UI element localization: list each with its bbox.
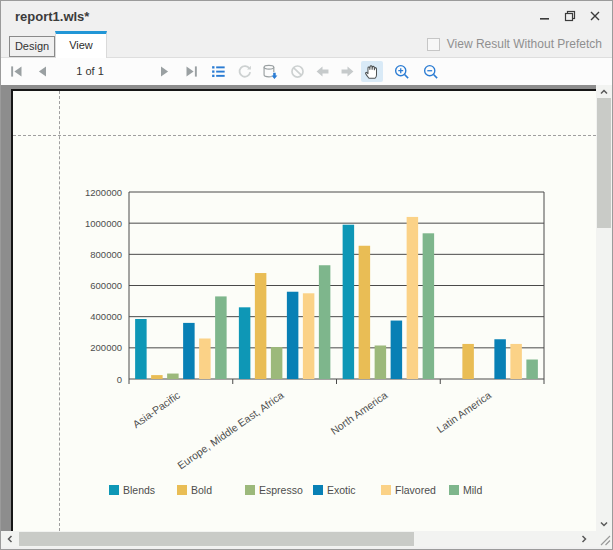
chevron-up-icon — [599, 87, 609, 97]
export-data-icon — [261, 63, 279, 81]
back-button[interactable] — [311, 61, 333, 82]
vertical-scroll-thumb[interactable] — [597, 98, 611, 228]
close-icon — [589, 10, 601, 22]
svg-text:Bold: Bold — [191, 484, 212, 496]
svg-text:1000000: 1000000 — [85, 218, 122, 229]
chevron-left-icon — [5, 534, 15, 544]
svg-text:0: 0 — [117, 374, 122, 385]
svg-text:200000: 200000 — [90, 342, 122, 353]
horizontal-scroll-thumb[interactable] — [19, 532, 414, 546]
svg-text:800000: 800000 — [90, 249, 122, 260]
preview-toolbar: 1 of 1 — [1, 58, 612, 85]
restore-button[interactable] — [563, 9, 577, 23]
svg-text:1200000: 1200000 — [85, 187, 122, 198]
forward-arrow-icon — [339, 63, 356, 80]
restore-icon — [564, 10, 576, 22]
export-data-button[interactable] — [259, 61, 281, 82]
refresh-icon — [236, 63, 253, 80]
zoom-in-icon — [393, 63, 411, 81]
tab-design[interactable]: Design — [9, 36, 55, 57]
svg-text:Europe, Middle East, Africa: Europe, Middle East, Africa — [175, 389, 286, 472]
scroll-left-button[interactable] — [3, 532, 17, 546]
svg-text:Blends: Blends — [123, 484, 155, 496]
chevron-down-icon — [599, 519, 609, 529]
resize-grip-icon — [598, 533, 612, 547]
first-page-icon — [8, 63, 25, 80]
tab-strip: Design View View Result Without Prefetch — [1, 31, 612, 58]
first-page-button[interactable] — [5, 61, 27, 82]
prefetch-checkbox-label: View Result Without Prefetch — [447, 37, 602, 51]
bar-chart: 020000040000060000080000010000001200000A… — [13, 91, 596, 531]
window-title: report1.wls* — [15, 9, 89, 24]
last-page-icon — [183, 63, 200, 80]
minimize-button[interactable] — [538, 9, 552, 23]
horizontal-scrollbar[interactable] — [1, 531, 596, 547]
title-bar: report1.wls* — [1, 1, 612, 31]
scroll-right-button[interactable] — [577, 532, 591, 546]
minimize-icon — [539, 10, 551, 22]
previous-page-icon — [34, 63, 51, 80]
svg-text:600000: 600000 — [90, 280, 122, 291]
zoom-out-button[interactable] — [420, 61, 442, 82]
svg-text:Flavored: Flavored — [395, 484, 436, 496]
chevron-right-icon — [579, 534, 589, 544]
toc-button[interactable] — [207, 61, 229, 82]
tab-view[interactable]: View — [55, 31, 107, 58]
close-button[interactable] — [588, 9, 602, 23]
scroll-up-button[interactable] — [597, 85, 611, 99]
svg-text:Mild: Mild — [463, 484, 482, 496]
svg-text:Asia-Pacific: Asia-Pacific — [130, 389, 182, 430]
report-window: report1.wls* Design View View Result Wit… — [0, 0, 613, 550]
pan-tool-button[interactable] — [361, 61, 383, 82]
svg-text:Latin America: Latin America — [434, 389, 493, 435]
back-arrow-icon — [314, 63, 331, 80]
cancel-button[interactable] — [286, 61, 308, 82]
scroll-down-button[interactable] — [597, 517, 611, 531]
report-preview-canvas: 020000040000060000080000010000001200000A… — [1, 85, 596, 531]
table-of-contents-icon — [210, 63, 227, 80]
next-page-icon — [156, 63, 173, 80]
svg-text:400000: 400000 — [90, 311, 122, 322]
report-chart: 020000040000060000080000010000001200000A… — [13, 91, 596, 531]
prefetch-checkbox[interactable] — [427, 38, 440, 51]
svg-text:Exotic: Exotic — [327, 484, 356, 496]
resize-grip[interactable] — [596, 531, 612, 547]
forward-button[interactable] — [336, 61, 358, 82]
cancel-icon — [289, 63, 306, 80]
vertical-scrollbar[interactable] — [596, 85, 612, 531]
next-page-button[interactable] — [153, 61, 175, 82]
pan-hand-icon — [363, 63, 381, 81]
zoom-out-icon — [422, 63, 440, 81]
report-page[interactable]: 020000040000060000080000010000001200000A… — [11, 89, 596, 531]
page-indicator: 1 of 1 — [61, 65, 119, 77]
zoom-in-button[interactable] — [391, 61, 413, 82]
svg-text:North America: North America — [328, 389, 390, 437]
last-page-button[interactable] — [180, 61, 202, 82]
refresh-button[interactable] — [233, 61, 255, 82]
svg-text:Espresso: Espresso — [259, 484, 303, 496]
previous-page-button[interactable] — [31, 61, 53, 82]
